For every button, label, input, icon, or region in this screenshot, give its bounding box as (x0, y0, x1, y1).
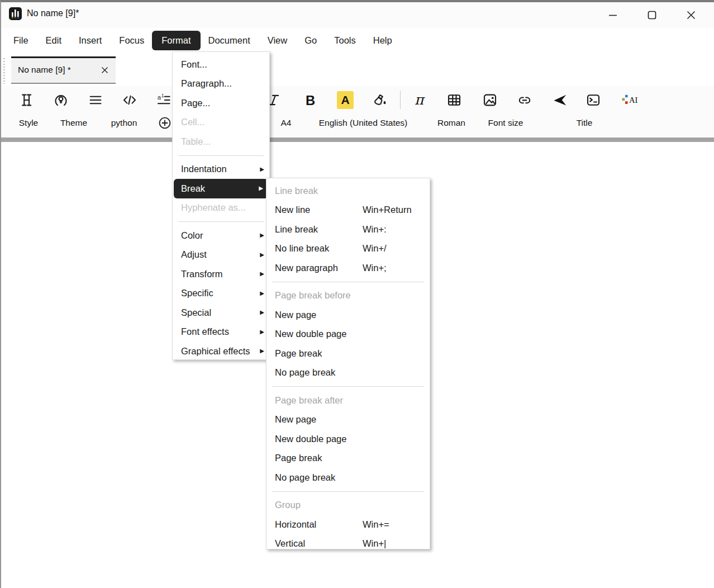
menu-item-no-page-break[interactable]: No page break (266, 363, 430, 383)
menubar-item-edit[interactable]: Edit (46, 35, 61, 46)
menu-item-vertical[interactable]: VerticalWin+| (266, 534, 430, 554)
minimize-button[interactable] (600, 6, 626, 25)
menubar-item-help[interactable]: Help (373, 35, 392, 46)
menubar-item-document[interactable]: Document (208, 35, 250, 46)
menu-item-new-line[interactable]: New lineWin+Return (266, 201, 430, 220)
submenu-arrow-icon: ▶ (260, 329, 264, 335)
code-icon[interactable] (120, 91, 139, 110)
menu-item-page-break[interactable]: Page break (266, 344, 430, 363)
menu-item-transform[interactable]: Transform▶ (173, 264, 269, 284)
ink-fill-icon[interactable] (370, 91, 389, 110)
link-icon[interactable] (515, 91, 534, 110)
menu-item-no-line-break[interactable]: No line breakWin+/ (266, 239, 430, 259)
menu-item-label: Transform (181, 269, 223, 279)
menu-item-adjust[interactable]: Adjust▶ (173, 245, 269, 265)
menu-item-page-break[interactable]: Page break (266, 449, 430, 468)
menu-separator (178, 155, 264, 156)
toolbar-label-a4[interactable]: A4 (281, 118, 292, 128)
toolbar-label-python[interactable]: python (111, 118, 137, 128)
menu-item-new-page[interactable]: New page (266, 305, 430, 325)
menu-item-shortcut: Win+| (363, 538, 386, 549)
menu-item-graphical-effects[interactable]: Graphical effects▶ (173, 342, 269, 361)
menu-item-font-effects[interactable]: Font effects▶ (173, 323, 269, 342)
svg-text:π: π (415, 92, 425, 108)
menubar-item-file[interactable]: File (13, 35, 28, 46)
menu-item-page-[interactable]: Page... (173, 93, 269, 113)
menubar-item-focus[interactable]: Focus (119, 35, 144, 46)
menu-item-label: Special (181, 307, 211, 318)
menu-item-font-[interactable]: Font... (173, 55, 269, 74)
toolbar-label-style[interactable]: Style (19, 118, 38, 128)
menu-item-label: No line break (275, 243, 329, 254)
menu-item-label: Page break after (275, 395, 343, 406)
menu-item-label: Indentation (181, 164, 227, 174)
toolbar-document-divider (1, 137, 714, 142)
menu-item-new-page[interactable]: New page (266, 410, 430, 430)
list-numbered-icon[interactable]: a1 (154, 91, 173, 110)
menu-item-new-double-page[interactable]: New double page (266, 325, 430, 344)
menu-item-color[interactable]: Color▶ (173, 226, 269, 245)
menu-item-hyphenate-as-[interactable]: Hyphenate as... (173, 198, 269, 218)
menu-item-label: New paragraph (275, 263, 338, 273)
menu-item-label: Cell... (181, 117, 204, 127)
tab-close-button[interactable] (99, 64, 110, 75)
toolbar-label-font-size[interactable]: Font size (488, 118, 523, 128)
toolbar-label-theme[interactable]: Theme (60, 118, 87, 128)
menu-item-indentation[interactable]: Indentation▶ (173, 160, 269, 179)
menu-item-shortcut: Win+/ (363, 243, 387, 254)
plus-circle-icon[interactable] (158, 116, 172, 130)
menu-item-cell-[interactable]: Cell... (173, 113, 269, 132)
image-icon[interactable] (480, 91, 499, 110)
close-icon (102, 67, 107, 73)
toolbar-label-title[interactable]: Title (577, 118, 593, 128)
menu-item-horizontal[interactable]: HorizontalWin+= (266, 515, 430, 534)
close-icon (684, 8, 698, 22)
terminal-icon[interactable] (584, 91, 603, 110)
menu-item-new-double-page[interactable]: New double page (266, 429, 430, 449)
submenu-arrow-icon: ▶ (260, 310, 264, 315)
menu-item-label: Page break before (275, 290, 351, 301)
menubar-item-view[interactable]: View (268, 35, 287, 46)
menu-item-special[interactable]: Special▶ (173, 303, 269, 323)
menu-lines-icon[interactable] (86, 91, 105, 110)
toolbar-label-english-united-states-[interactable]: English (United States) (319, 118, 408, 128)
menu-item-label: Adjust (181, 249, 207, 260)
menu-item-paragraph-[interactable]: Paragraph... (173, 74, 269, 94)
theme-icon[interactable] (51, 91, 70, 110)
menu-item-no-page-break[interactable]: No page break (266, 468, 430, 487)
app-window: No name [9]* FileEditInsertFocusFormatDo… (0, 0, 714, 588)
toolbar-grip-handle[interactable] (3, 58, 5, 84)
menu-item-break[interactable]: Break▶ (174, 179, 268, 198)
menu-item-shortcut: Win+; (363, 263, 387, 273)
app-logo-icon (9, 7, 22, 20)
menubar-item-format[interactable]: Format (152, 31, 200, 50)
menubar-item-tools[interactable]: Tools (334, 35, 356, 46)
menu-item-shortcut: Win+= (363, 519, 389, 530)
style-icon[interactable] (17, 91, 36, 110)
ai-icon[interactable]: AI (621, 91, 640, 110)
bold-icon[interactable]: B (301, 91, 320, 110)
menu-item-label: Vertical (275, 538, 305, 549)
pi-icon[interactable]: π (411, 91, 430, 110)
submenu-arrow-icon: ▶ (259, 186, 263, 191)
highlight-color-icon[interactable]: A (336, 91, 355, 110)
menu-item-specific[interactable]: Specific▶ (173, 284, 269, 304)
ribbon-icon[interactable] (550, 91, 569, 110)
close-button[interactable] (678, 6, 704, 25)
menubar-item-go[interactable]: Go (304, 35, 317, 46)
menu-item-label: Page break (275, 348, 322, 359)
submenu-arrow-icon: ▶ (260, 291, 264, 296)
table-icon[interactable] (445, 91, 464, 110)
maximize-button[interactable] (639, 6, 665, 25)
menu-separator (272, 282, 424, 282)
menu-item-group: Group (266, 496, 430, 515)
menu-item-table-[interactable]: Table... (173, 132, 269, 151)
menu-item-label: Horizontal (275, 519, 316, 530)
menubar-item-insert[interactable]: Insert (79, 35, 102, 46)
toolbar-label-roman[interactable]: Roman (437, 118, 465, 128)
menu-item-label: Table... (181, 136, 211, 147)
menu-item-line-break[interactable]: Line breakWin+: (266, 220, 430, 239)
menu-item-new-paragraph[interactable]: New paragraphWin+; (266, 258, 430, 278)
document-tab[interactable]: No name [9] * (11, 56, 116, 84)
menu-item-label: Font effects (181, 326, 229, 337)
